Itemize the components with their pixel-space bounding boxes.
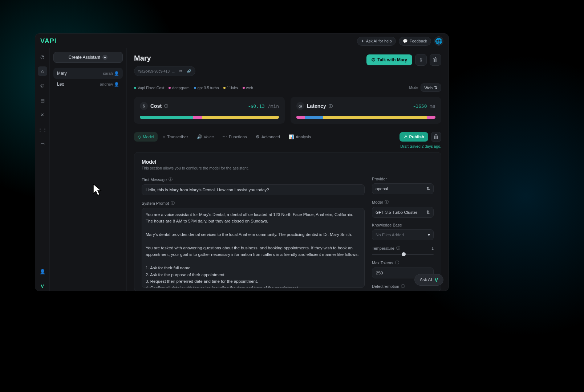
tab-label: Transcriber xyxy=(167,135,188,139)
wallet-icon: ▭ xyxy=(40,141,45,147)
copy-id-button[interactable]: ⧉ xyxy=(178,68,184,74)
tab-voice[interactable]: 🔊Voice xyxy=(193,132,218,142)
info-icon[interactable]: ⓘ xyxy=(164,103,168,109)
publish-button[interactable]: ↗ Publish xyxy=(400,132,428,142)
provider-tags: Vapi Fixed Costdeepgramgpt 3.5 turbo11la… xyxy=(134,86,253,90)
ask-ai-fab[interactable]: Ask AI V xyxy=(414,274,443,286)
tab-icon: 🔊 xyxy=(197,134,202,139)
ask-ai-fab-label: Ask AI xyxy=(420,277,432,282)
knowledge-base-label: Knowledge Base xyxy=(372,223,434,227)
rail-item-org[interactable]: ◔ xyxy=(38,52,47,61)
bar-segment xyxy=(296,116,305,119)
info-icon[interactable]: ⓘ xyxy=(171,200,175,206)
chat-icon: 💬 xyxy=(403,39,408,44)
info-icon[interactable]: ⓘ xyxy=(329,103,333,109)
tab-model[interactable]: ◇Model xyxy=(134,132,158,142)
phone-icon: ✆ xyxy=(40,83,44,89)
person-small-icon: 👤 xyxy=(114,71,119,76)
mode-value: Web xyxy=(425,86,433,90)
delete-draft-button[interactable]: 🗑 xyxy=(431,132,441,142)
assistant-owner: andrew 👤 xyxy=(100,82,119,87)
phone-icon: ✆ xyxy=(372,57,375,62)
rail-item-brand[interactable]: V xyxy=(38,281,47,291)
mode-label: Mode xyxy=(409,86,418,90)
create-assistant-button[interactable]: Create Assistant + xyxy=(53,52,123,63)
ask-ai-help-button[interactable]: ✦ Ask AI for help xyxy=(357,37,396,46)
nav-rail: ◔ ⌂ ✆ ▤ ✕ ⋮⋮ ▭ 👤 V xyxy=(35,48,50,291)
tab-functions[interactable]: 〰Functions xyxy=(219,132,251,142)
first-message-label: First Message ⓘ xyxy=(142,177,365,182)
tab-advanced[interactable]: ⚙Advanced xyxy=(252,132,284,142)
trash-icon: 🗑 xyxy=(433,134,439,140)
bar-segment xyxy=(140,116,193,119)
talk-button[interactable]: ✆ Talk with Mary xyxy=(366,54,412,65)
draft-saved-note: Draft Saved 2 days ago. xyxy=(134,144,441,148)
info-icon[interactable]: ⓘ xyxy=(395,260,399,265)
org-icon: ◔ xyxy=(40,54,44,60)
model-select[interactable]: GPT 3.5 Turbo Cluster ⇅ xyxy=(372,207,434,218)
rail-item-billing[interactable]: ▭ xyxy=(38,139,47,148)
assistant-item-mary[interactable]: Mary sarah 👤 xyxy=(53,68,123,79)
delete-assistant-button[interactable]: 🗑 xyxy=(430,54,441,66)
feedback-button[interactable]: 💬 Feedback xyxy=(399,37,431,46)
globe-button[interactable]: 🌐 xyxy=(434,36,443,46)
tab-icon: 📊 xyxy=(289,134,294,139)
mode-select[interactable]: Web ⇅ xyxy=(421,83,441,92)
tab-label: Model xyxy=(143,135,154,139)
brand-logo: VAPI xyxy=(40,37,57,45)
knowledge-base-select[interactable]: No Files Added ▾ xyxy=(372,229,434,240)
slider-knob[interactable] xyxy=(402,252,406,256)
rail-item-tools[interactable]: ✕ xyxy=(38,110,47,119)
dot-icon xyxy=(134,87,136,89)
topbar: VAPI ✦ Ask AI for help 💬 Feedback 🌐 xyxy=(35,34,449,48)
bar-segment xyxy=(427,116,435,119)
first-message-input[interactable] xyxy=(142,184,365,195)
cost-value: ~$0.13 /min xyxy=(248,103,279,109)
info-icon[interactable]: ⓘ xyxy=(385,199,389,205)
header-left: Mary 79a2c459-98c9-418 … ⧉ 🔗 xyxy=(134,54,195,76)
rail-item-files[interactable]: ▤ xyxy=(38,95,47,105)
dot-icon xyxy=(243,87,245,89)
info-icon[interactable]: ⓘ xyxy=(169,177,173,182)
kb-value: No Files Added xyxy=(376,233,404,237)
info-icon[interactable]: ⓘ xyxy=(401,283,405,289)
model-value: GPT 3.5 Turbo Cluster xyxy=(376,210,417,215)
provider-select[interactable]: openai ⇅ xyxy=(372,183,434,194)
copy-icon: ⧉ xyxy=(179,69,182,73)
assistant-name: Mary xyxy=(57,71,67,76)
share-icon: ⇪ xyxy=(419,57,423,64)
tab-icon: ⚙ xyxy=(256,134,260,139)
page-title: Mary xyxy=(134,54,195,62)
page-header: Mary 79a2c459-98c9-418 … ⧉ 🔗 ✆ Talk with… xyxy=(134,54,441,76)
rail-item-assistants[interactable]: ⌂ xyxy=(38,66,47,76)
system-prompt-textarea[interactable]: You are a voice assistant for Mary's Den… xyxy=(142,208,365,288)
tab-transcriber[interactable]: ≡Transcriber xyxy=(159,132,191,142)
bar-segment xyxy=(193,116,203,119)
provider-tag: Vapi Fixed Cost xyxy=(134,86,164,90)
tab-analysis[interactable]: 📊Analysis xyxy=(285,132,315,142)
bar-segment xyxy=(323,116,427,119)
share-button[interactable]: ⇪ xyxy=(415,54,427,66)
temperature-value: 1 xyxy=(431,246,434,250)
tab-label: Advanced xyxy=(261,135,280,139)
info-icon[interactable]: ⓘ xyxy=(396,245,400,251)
bar-segment xyxy=(305,116,323,119)
publish-label: Publish xyxy=(409,135,424,139)
dollar-icon: $ xyxy=(140,102,148,110)
link-id-button[interactable]: 🔗 xyxy=(186,68,192,74)
mode-control: Mode Web ⇅ xyxy=(409,83,441,92)
temperature-slider[interactable] xyxy=(372,254,434,255)
assistant-item-leo[interactable]: Leo andrew 👤 xyxy=(53,79,123,90)
dot-icon xyxy=(223,87,226,89)
panel-left-column: First Message ⓘ System Prompt ⓘ You are … xyxy=(142,177,365,291)
rail-item-phone[interactable]: ✆ xyxy=(38,81,47,90)
trash-icon: 🗑 xyxy=(433,57,438,63)
bar-segment xyxy=(202,116,279,119)
provider-tag: deepgram xyxy=(169,86,189,90)
person-small-icon: 👤 xyxy=(114,82,119,87)
tools-icon: ✕ xyxy=(40,112,44,118)
rail-item-voice[interactable]: ⋮⋮ xyxy=(38,124,47,134)
panel-right-column: Provider openai ⇅ Model ⓘ GPT 3.5 Turbo … xyxy=(372,177,434,291)
rail-item-profile[interactable]: 👤 xyxy=(38,267,47,276)
globe-icon: 🌐 xyxy=(435,38,442,45)
